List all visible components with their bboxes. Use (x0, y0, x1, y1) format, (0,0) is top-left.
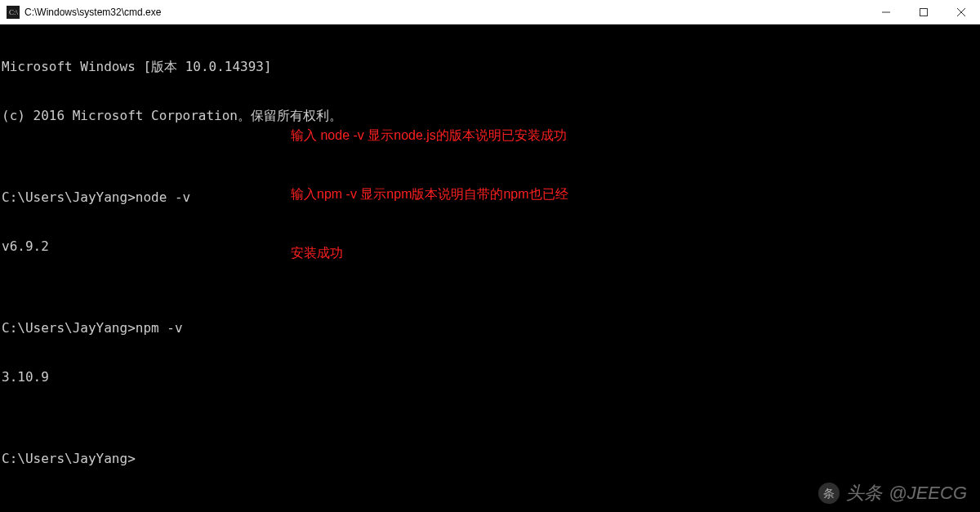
minimize-button[interactable] (867, 0, 905, 24)
window-title: C:\Windows\system32\cmd.exe (24, 7, 867, 18)
terminal-line: Microsoft Windows [版本 10.0.14393] (2, 59, 978, 75)
terminal-line: 3.10.9 (2, 369, 978, 385)
maximize-button[interactable] (905, 0, 942, 24)
watermark-handle: @JEECG (889, 485, 967, 501)
terminal-line: C:\Users\JayYang> (2, 451, 978, 467)
svg-text:C:\: C:\ (9, 8, 19, 16)
watermark: 条 头条 @JEECG (818, 483, 967, 504)
close-button[interactable] (942, 0, 980, 24)
annotation-line: 安装成功 (291, 243, 568, 263)
watermark-icon: 条 (818, 483, 840, 504)
cmd-icon: C:\ (7, 6, 20, 19)
svg-rect-3 (920, 8, 928, 16)
window-controls (867, 0, 980, 24)
annotation-line: 输入 node -v 显示node.js的版本说明已安装成功 (291, 126, 568, 145)
annotation-overlay: 输入 node -v 显示node.js的版本说明已安装成功 输入npm -v … (291, 87, 568, 302)
terminal-area[interactable]: Microsoft Windows [版本 10.0.14393] (c) 20… (0, 24, 980, 512)
window-titlebar: C:\ C:\Windows\system32\cmd.exe (0, 0, 980, 24)
annotation-line: 输入npm -v 显示npm版本说明自带的npm也已经 (291, 185, 568, 204)
watermark-prefix: 头条 (846, 485, 882, 501)
terminal-line: C:\Users\JayYang>npm -v (2, 320, 978, 336)
